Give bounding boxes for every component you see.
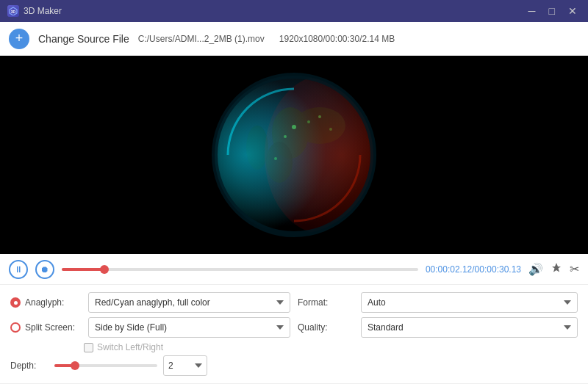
anaglyph-row: Anaglyph: Red/Cyan anaglyph, full color [10,292,290,313]
anaglyph-select[interactable]: Red/Cyan anaglyph, full color [88,292,290,313]
pause-icon: ⏸ [14,264,23,275]
pin-button[interactable] [551,262,562,277]
progress-fill [62,268,104,271]
earth-preview [206,67,382,243]
split-screen-label-group[interactable]: Split Screen: [10,322,84,333]
minimize-button[interactable]: ─ [525,4,539,18]
time-display: 00:00:02.12/00:00:30.13 [426,264,521,275]
split-screen-select[interactable]: Side by Side (Full) [88,317,290,338]
add-source-button[interactable]: + [9,29,29,49]
pin-icon [551,262,562,274]
split-screen-row: Split Screen: Side by Side (Full) [10,317,290,338]
window-controls[interactable]: ─ □ ✕ [525,4,581,18]
quality-select[interactable]: Standard High Low [361,317,578,338]
volume-button[interactable]: 🔊 [528,262,543,276]
quality-row: Quality: Standard High Low [298,317,578,338]
depth-slider-thumb[interactable] [71,361,79,370]
settings-col-left: Anaglyph: Red/Cyan anaglyph, full color … [10,292,290,376]
settings-area: Anaglyph: Red/Cyan anaglyph, full color … [0,285,588,384]
svg-text:3D: 3D [11,10,16,14]
volume-icon: 🔊 [528,263,543,275]
anaglyph-radio[interactable] [10,297,21,308]
depth-slider[interactable] [54,364,157,367]
depth-label: Depth: [10,361,49,371]
playback-extra-controls: 🔊 ✂ [528,262,579,277]
format-label: Format: [298,297,356,308]
app-icon: 3D [7,5,19,17]
depth-value-select[interactable]: 2 1 3 4 5 [163,355,207,376]
anaglyph-label-group[interactable]: Anaglyph: [10,297,84,308]
cut-button[interactable]: ✂ [570,262,579,276]
toolbar: + Change Source File C:/Users/ADMI...2_2… [0,22,588,56]
plus-icon: + [15,31,24,46]
switch-lr-label: Switch Left/Right [97,342,163,352]
file-path-display: C:/Users/ADMI...2_2MB (1).mov [138,34,265,44]
maximize-button[interactable]: □ [545,4,559,18]
format-row: Format: Auto MP4 MOV [298,292,578,313]
preview-area [0,56,588,254]
cut-icon: ✂ [570,263,579,275]
close-button[interactable]: ✕ [564,4,581,18]
anaglyph-label: Anaglyph: [25,297,84,308]
progress-bar[interactable] [62,268,418,271]
split-screen-radio[interactable] [10,322,21,333]
stop-button[interactable]: ⏺ [35,260,54,279]
pause-button[interactable]: ⏸ [9,260,28,279]
title-bar: 3D 3D Maker ─ □ ✕ [0,0,588,22]
quality-label: Quality: [298,322,356,333]
stop-icon: ⏺ [40,264,49,275]
format-select[interactable]: Auto MP4 MOV [361,292,578,313]
playback-bar: ⏸ ⏺ 00:00:02.12/00:00:30.13 🔊 ✂ [0,254,588,285]
title-bar-left: 3D 3D Maker [7,5,62,17]
app-title: 3D Maker [24,6,62,16]
switch-lr-checkbox[interactable] [84,343,93,352]
settings-columns: Anaglyph: Red/Cyan anaglyph, full color … [10,292,578,376]
depth-row: Depth: 2 1 3 4 5 [10,355,290,376]
split-screen-label: Split Screen: [25,322,84,333]
file-info-display: 1920x1080/00:00:30/2.14 MB [279,34,395,44]
progress-thumb[interactable] [100,265,109,274]
settings-col-right: Format: Auto MP4 MOV Quality: Standard H… [298,292,578,376]
switch-lr-group: Switch Left/Right [84,342,290,352]
change-source-label[interactable]: Change Source File [38,33,129,45]
